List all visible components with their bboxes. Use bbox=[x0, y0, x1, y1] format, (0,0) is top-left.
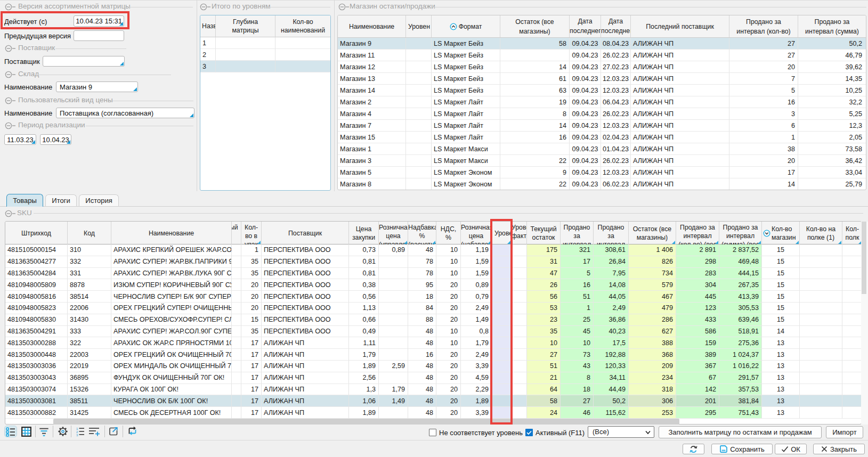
svg-text:3: 3 bbox=[76, 434, 78, 437]
